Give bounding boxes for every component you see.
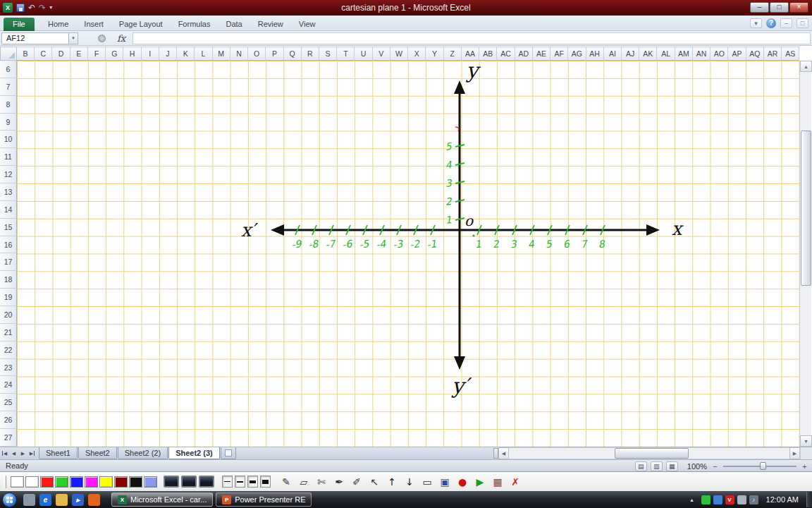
quick-launch-app-icon[interactable] xyxy=(88,494,100,506)
play-tool-icon[interactable]: ▶ xyxy=(474,475,486,489)
brush-tool-icon[interactable]: ✐ xyxy=(350,475,363,489)
column-header-ac[interactable]: AC xyxy=(497,47,515,61)
close-button[interactable]: × xyxy=(789,2,808,13)
row-header-25[interactable]: 25 xyxy=(0,394,17,411)
ribbon-tab-review[interactable]: Review xyxy=(250,18,291,31)
row-header-12[interactable]: 12 xyxy=(0,166,17,183)
help-icon[interactable]: ? xyxy=(766,18,776,28)
tab-splitter[interactable] xyxy=(493,448,498,459)
column-header-t[interactable]: T xyxy=(337,47,355,61)
column-header-e[interactable]: E xyxy=(70,47,88,61)
workbook-minimize-icon[interactable]: – xyxy=(780,18,792,28)
redo-icon[interactable]: ↷ xyxy=(39,1,46,14)
quick-launch-media-icon[interactable]: ▸ xyxy=(72,494,84,506)
column-header-h[interactable]: H xyxy=(123,47,141,61)
workbook-restore-icon[interactable]: □ xyxy=(796,18,808,28)
column-header-ao[interactable]: AO xyxy=(710,47,728,61)
undo-icon[interactable]: ↶ xyxy=(28,1,35,14)
column-header-o[interactable]: O xyxy=(248,47,266,61)
column-header-p[interactable]: P xyxy=(266,47,283,61)
row-header-26[interactable]: 26 xyxy=(0,411,17,429)
column-header-ag[interactable]: AG xyxy=(568,47,586,61)
sheet-tab-sheet2-3[interactable]: Sheet2 (3) xyxy=(168,447,220,459)
line-width-1-button[interactable] xyxy=(222,476,233,488)
row-header-23[interactable]: 23 xyxy=(0,359,17,377)
name-box-dropdown-icon[interactable]: ▾ xyxy=(69,32,78,44)
color-swatch-8[interactable] xyxy=(129,476,142,488)
color-swatch-9[interactable] xyxy=(144,476,157,488)
column-header-q[interactable]: Q xyxy=(284,47,302,61)
row-header-11[interactable]: 11 xyxy=(0,148,17,166)
task-button-power-presenter-re[interactable]: PPower Presenter RE xyxy=(216,492,312,507)
vertical-scroll-thumb[interactable] xyxy=(801,131,811,286)
row-header-14[interactable]: 14 xyxy=(0,201,17,219)
zoom-level[interactable]: 100% xyxy=(687,462,707,471)
pencil-all-tool-icon[interactable]: ✎ xyxy=(280,475,293,489)
screen-button-0[interactable] xyxy=(164,476,179,488)
column-header-v[interactable]: V xyxy=(373,47,390,61)
column-header-i[interactable]: I xyxy=(142,47,159,61)
ribbon-tab-insert[interactable]: Insert xyxy=(76,18,111,31)
maximize-button[interactable]: □ xyxy=(770,2,789,13)
color-swatch-3[interactable] xyxy=(55,476,68,488)
column-header-an[interactable]: AN xyxy=(693,47,710,61)
column-header-ai[interactable]: AI xyxy=(604,47,622,61)
tray-icon-green[interactable] xyxy=(701,495,710,504)
insert-worksheet-button[interactable] xyxy=(221,447,236,459)
column-header-y[interactable]: Y xyxy=(426,47,443,61)
row-header-15[interactable]: 15 xyxy=(0,219,17,236)
arrow-down-tool-icon[interactable]: ↓ xyxy=(403,475,416,489)
eraser-tool-icon[interactable]: ▱ xyxy=(297,475,310,489)
column-header-al[interactable]: AL xyxy=(657,47,675,61)
formula-options-icon[interactable] xyxy=(98,35,106,42)
column-header-c[interactable]: C xyxy=(35,47,52,61)
page-break-view-button[interactable]: ▦ xyxy=(666,461,678,471)
save-icon[interactable] xyxy=(16,4,25,12)
start-button[interactable] xyxy=(2,492,17,507)
column-header-k[interactable]: K xyxy=(177,47,195,61)
task-button-microsoft-excel-car[interactable]: XMicrosoft Excel - car... xyxy=(111,492,213,507)
column-header-ak[interactable]: AK xyxy=(639,47,657,61)
quick-launch-desktop-icon[interactable] xyxy=(23,494,35,506)
sheet-tab-sheet2-2[interactable]: Sheet2 (2) xyxy=(118,447,168,459)
previous-sheet-icon[interactable]: ◀ xyxy=(9,447,18,459)
formula-input[interactable] xyxy=(133,32,811,44)
row-header-16[interactable]: 16 xyxy=(0,236,17,254)
column-header-b[interactable]: B xyxy=(17,47,35,61)
column-header-u[interactable]: U xyxy=(355,47,372,61)
row-header-22[interactable]: 22 xyxy=(0,341,17,359)
quick-launch-folder-icon[interactable] xyxy=(56,494,68,506)
select-all-corner[interactable] xyxy=(0,47,17,61)
column-header-as[interactable]: AS xyxy=(782,47,799,61)
grid-tool-icon[interactable]: ▦ xyxy=(491,475,504,489)
column-header-j[interactable]: J xyxy=(159,47,177,61)
pointer-tool-icon[interactable]: ↖ xyxy=(368,475,381,489)
color-swatch-6[interactable] xyxy=(99,476,113,488)
column-header-aq[interactable]: AQ xyxy=(746,47,764,61)
column-header-r[interactable]: R xyxy=(302,47,319,61)
row-header-19[interactable]: 19 xyxy=(0,289,17,306)
row-header-6[interactable]: 6 xyxy=(0,61,17,78)
scroll-up-icon[interactable]: ▲ xyxy=(800,61,812,72)
column-header-af[interactable]: AF xyxy=(550,47,568,61)
scroll-down-icon[interactable]: ▼ xyxy=(800,435,812,447)
column-header-x[interactable]: X xyxy=(408,47,426,61)
column-header-ah[interactable]: AH xyxy=(586,47,604,61)
qat-dropdown-icon[interactable]: ▾ xyxy=(49,1,52,14)
save-tool-icon[interactable]: ▣ xyxy=(438,475,451,489)
column-header-w[interactable]: W xyxy=(390,47,408,61)
ribbon-tab-home[interactable]: Home xyxy=(40,18,76,31)
hidden-icons-arrow[interactable]: ▴ xyxy=(687,497,697,503)
name-box[interactable]: AF12 xyxy=(1,32,69,44)
tray-icon-network[interactable] xyxy=(737,495,746,504)
zoom-slider[interactable] xyxy=(723,461,796,471)
color-swatch-0[interactable] xyxy=(11,476,24,488)
column-header-l[interactable]: L xyxy=(195,47,212,61)
column-header-g[interactable]: G xyxy=(106,47,123,61)
horizontal-scroll-track[interactable] xyxy=(509,447,789,459)
scroll-left-icon[interactable]: ◀ xyxy=(498,447,509,459)
scroll-right-icon[interactable]: ▶ xyxy=(789,447,800,459)
column-header-am[interactable]: AM xyxy=(675,47,693,61)
line-width-6-button[interactable] xyxy=(260,476,271,488)
row-header-13[interactable]: 13 xyxy=(0,183,17,201)
